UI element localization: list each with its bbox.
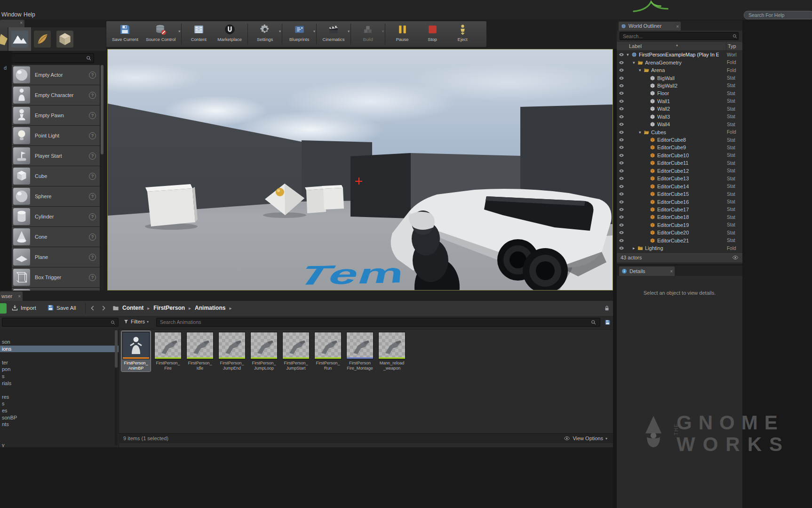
source-folder-fragment[interactable]: rials <box>0 380 119 387</box>
source-folder-fragment[interactable] <box>0 352 119 359</box>
outliner-row-cubes[interactable]: ▾CubesFold <box>617 128 742 136</box>
back-arrow-icon[interactable] <box>89 305 96 312</box>
outliner-row-editorcube16[interactable]: EditorCube16Stat <box>617 198 742 205</box>
help-icon[interactable]: ? <box>89 92 96 99</box>
close-icon[interactable]: × <box>18 292 21 301</box>
world-outliner-tab[interactable]: World Outliner × <box>619 22 681 31</box>
expander-down-icon[interactable]: ▾ <box>639 68 644 73</box>
close-icon[interactable]: × <box>676 22 679 31</box>
place-item-sphere[interactable]: Sphere? <box>12 186 100 206</box>
outliner-row-bigwall2[interactable]: BigWall2Stat <box>617 82 742 89</box>
source-folder-fragment[interactable]: son <box>0 339 119 346</box>
content-browser-tab[interactable]: wser × <box>0 291 23 301</box>
content-button[interactable]: Content <box>183 21 214 47</box>
category-label-fragment[interactable]: d <box>4 65 7 71</box>
close-icon[interactable]: × <box>670 267 673 276</box>
save-current-button[interactable]: Save Current <box>108 21 142 47</box>
outliner-row-editorcube10[interactable]: EditorCube10Stat <box>617 152 742 159</box>
outliner-row-editorcube11[interactable]: EditorCube11Stat <box>617 159 742 167</box>
breadcrumb-content[interactable]: Content <box>122 305 143 311</box>
outliner-row-lighting[interactable]: ▸LightingFold <box>617 244 742 252</box>
breadcrumb-animations[interactable]: Animations <box>195 305 225 311</box>
mode-tab-geometry[interactable] <box>54 27 76 51</box>
outliner-row-editorcube14[interactable]: EditorCube14Stat <box>617 182 742 190</box>
asset-firstperson-jumploop[interactable]: FirstPerson_JumpLoop <box>249 331 279 371</box>
place-item-point-light[interactable]: Point Light? <box>12 126 100 145</box>
place-item-empty-pawn[interactable]: Empty Pawn? <box>12 105 100 125</box>
view-options-eye-icon[interactable] <box>732 254 739 261</box>
outliner-row-editorcube18[interactable]: EditorCube18Stat <box>617 213 742 221</box>
asset-firstpersonfire-montage[interactable]: FirstPersonFire_Montage <box>345 331 374 371</box>
source-folder-fragment[interactable]: ter <box>0 359 119 366</box>
cinematics-button[interactable]: Cinematics▾ <box>318 21 349 47</box>
help-icon[interactable]: ? <box>89 274 96 281</box>
place-item-box-trigger[interactable]: Box Trigger? <box>12 267 100 287</box>
outliner-row-editorcube8[interactable]: EditorCube8Stat <box>617 136 742 144</box>
help-icon[interactable]: ? <box>89 72 96 79</box>
asset-search-input[interactable]: Search Animations <box>156 318 600 327</box>
help-icon[interactable]: ? <box>89 254 96 261</box>
help-search-input[interactable]: Search For Help <box>744 11 812 19</box>
vertical-splitter[interactable] <box>613 49 617 508</box>
place-item-player-start[interactable]: Player Start? <box>12 146 100 166</box>
outliner-row-editorcube9[interactable]: EditorCube9Stat <box>617 144 742 151</box>
place-item-empty-actor[interactable]: Empty Actor? <box>12 65 100 85</box>
forward-arrow-icon[interactable] <box>100 305 107 312</box>
help-icon[interactable]: ? <box>89 132 96 139</box>
source-folder-fragment[interactable] <box>0 435 119 442</box>
lock-icon[interactable] <box>604 305 610 312</box>
outliner-row-arena[interactable]: ▾ArenaFold <box>617 66 742 74</box>
help-icon[interactable]: ? <box>89 153 96 160</box>
view-options-button[interactable]: View Options ▾ <box>564 435 607 442</box>
outliner-column-header[interactable]: Label ▴ Typ <box>617 42 742 51</box>
expander-down-icon[interactable]: ▾ <box>627 52 631 57</box>
modes-scrollbar[interactable] <box>101 65 103 290</box>
modes-panel-tab[interactable]: × <box>0 20 24 27</box>
asset-firstperson-animbp[interactable]: FirstPerson_AnimBP <box>121 331 151 371</box>
asset-mann-reload-weapon[interactable]: Mann_reload_weapon <box>377 331 406 371</box>
eject-button[interactable]: Eject <box>447 21 478 47</box>
outliner-row-firstpersonexamplemap-play-in-editor[interactable]: ▾FirstPersonExampleMap (Play In EditorWo… <box>617 51 742 58</box>
outliner-row-bigwall[interactable]: BigWallStat <box>617 74 742 81</box>
outliner-row-editorcube17[interactable]: EditorCube17Stat <box>617 206 742 213</box>
type-column-header[interactable]: Typ <box>728 43 736 49</box>
place-item-plane[interactable]: Plane? <box>12 247 100 267</box>
import-button[interactable]: Import <box>11 304 36 311</box>
asset-firstperson-fire[interactable]: FirstPerson_Fire <box>153 331 183 371</box>
filters-button[interactable]: Filters ▾ <box>123 319 149 324</box>
outliner-row-wall4[interactable]: Wall4Stat <box>617 121 742 128</box>
menu-window[interactable]: Window <box>1 11 22 18</box>
source-folder-fragment[interactable]: ions <box>0 346 119 353</box>
source-folder-fragment[interactable]: nts <box>0 421 119 428</box>
outliner-search-input[interactable]: Search... <box>620 32 739 40</box>
label-column-header[interactable]: Label <box>629 43 642 49</box>
outliner-row-editorcube19[interactable]: EditorCube19Stat <box>617 221 742 229</box>
pie-viewport[interactable]: Tem <box>107 49 613 290</box>
sources-search-input[interactable] <box>2 318 119 327</box>
outliner-row-editorcube21[interactable]: EditorCube21Stat <box>617 237 742 244</box>
help-icon[interactable]: ? <box>89 193 96 200</box>
column-divider[interactable] <box>726 42 726 50</box>
mode-tab-place[interactable] <box>0 27 8 51</box>
add-new-button[interactable] <box>0 303 7 314</box>
place-item-cone[interactable]: Cone? <box>12 227 100 247</box>
outliner-row-wall3[interactable]: Wall3Stat <box>617 113 742 121</box>
outliner-row-editorcube12[interactable]: EditorCube12Stat <box>617 167 742 175</box>
asset-firstperson-run[interactable]: FirstPerson_Run <box>313 331 342 371</box>
outliner-row-wall2[interactable]: Wall2Stat <box>617 105 742 113</box>
source-folder-fragment[interactable]: s <box>0 373 119 380</box>
help-icon[interactable]: ? <box>89 213 96 220</box>
marketplace-button[interactable]: Marketplace <box>214 21 246 47</box>
blueprints-button[interactable]: Blueprints▾ <box>284 21 314 47</box>
place-item-cube[interactable]: Cube? <box>12 166 100 186</box>
source-folder-fragment[interactable]: pon <box>0 366 119 373</box>
outliner-row-floor[interactable]: FloorStat <box>617 89 742 97</box>
asset-firstperson-jumpstart[interactable]: FirstPerson_JumpStart <box>281 331 310 371</box>
modes-search-input[interactable] <box>3 53 94 63</box>
asset-firstperson-jumpend[interactable]: FirstPerson_JumpEnd <box>217 331 247 371</box>
mode-tab-landscape[interactable] <box>8 27 31 51</box>
sources-scrollbar[interactable] <box>115 330 118 445</box>
outliner-row-editorcube13[interactable]: EditorCube13Stat <box>617 175 742 182</box>
outliner-row-editorcube20[interactable]: EditorCube20Stat <box>617 229 742 236</box>
details-tab[interactable]: Details × <box>619 266 675 276</box>
